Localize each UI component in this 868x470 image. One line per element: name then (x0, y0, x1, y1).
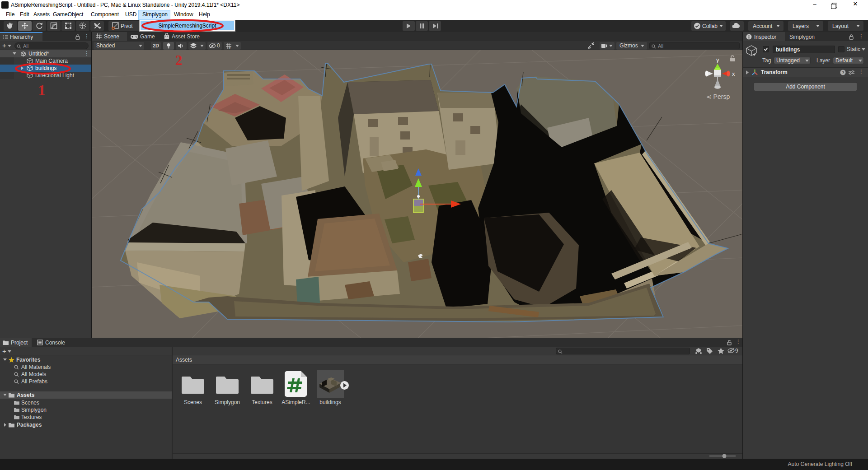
svg-text:Layout: Layout (832, 23, 849, 29)
svg-text:?: ? (842, 70, 845, 75)
svg-text:Pivot: Pivot (121, 23, 133, 29)
svg-text:Layers: Layers (793, 23, 809, 29)
svg-text:Collab: Collab (702, 23, 718, 29)
svg-text:Y: Y (229, 46, 231, 49)
svg-text:Account: Account (753, 23, 773, 29)
svg-text:x: x (732, 70, 735, 77)
svg-text:y: y (716, 56, 719, 63)
svg-text:⋖ Persp: ⋖ Persp (706, 93, 730, 100)
